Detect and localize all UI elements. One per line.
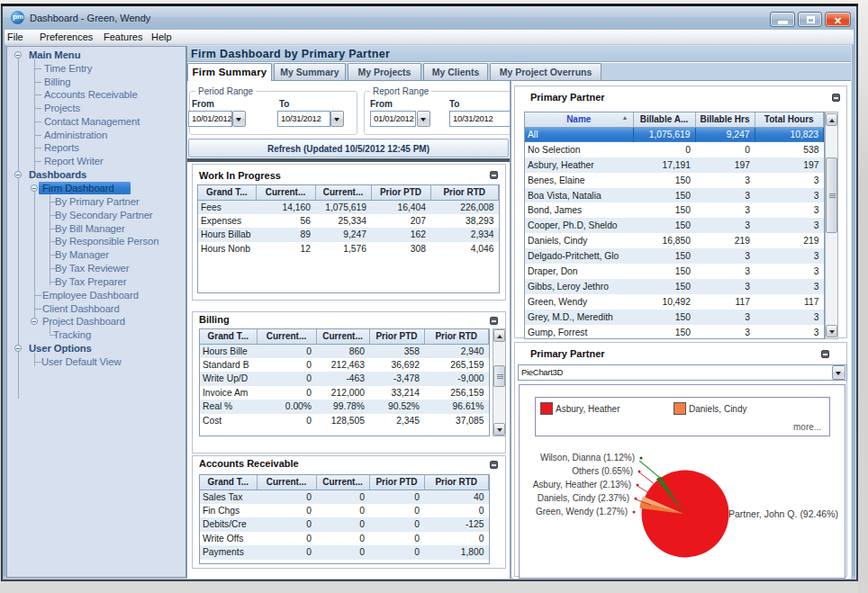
svg-text:Daniels, Cindy (2.37%): Daniels, Cindy (2.37%) [538, 493, 629, 503]
svg-text:Green, Wendy (1.27%): Green, Wendy (1.27%) [536, 507, 628, 517]
svg-text:Wilson, Dianna (1.12%): Wilson, Dianna (1.12%) [540, 453, 635, 463]
svg-text:Others (0.65%): Others (0.65%) [572, 466, 633, 476]
svg-text:Partner, John Q. (92.46%): Partner, John Q. (92.46%) [728, 508, 838, 519]
svg-text:Asbury, Heather (2.13%): Asbury, Heather (2.13%) [533, 480, 631, 490]
